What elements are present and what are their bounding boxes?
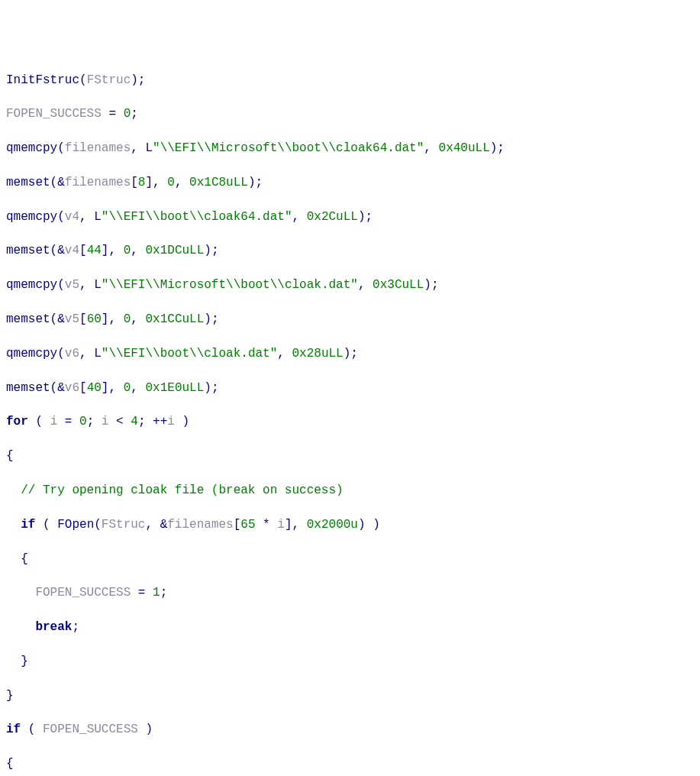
code-line: memset(&v4[44], 0, 0x1DCuLL); [6, 242, 694, 259]
keyword-break: break [35, 620, 72, 634]
code-line: // Try opening cloak file (break on succ… [6, 482, 694, 499]
code-line: { [6, 448, 694, 464]
code-line: qmemcpy(filenames, L"\\EFI\\Microsoft\\b… [6, 140, 694, 157]
code-line: qmemcpy(v4, L"\\EFI\\boot\\cloak64.dat",… [6, 209, 694, 225]
code-line: memset(&v6[40], 0, 0x1E0uLL); [6, 380, 694, 396]
code-line: FOPEN_SUCCESS = 1; [6, 584, 694, 601]
code-line: } [6, 687, 694, 704]
code-line: } [6, 653, 694, 670]
function-call: InitFstruc [6, 73, 79, 87]
string-literal: "\\EFI\\Microsoft\\boot\\cloak.dat" [102, 278, 358, 292]
code-line: if ( FOPEN_SUCCESS ) [6, 721, 694, 738]
function-call: qmemcpy [6, 210, 57, 224]
keyword-if: if [21, 518, 35, 532]
number: 0 [124, 107, 131, 121]
number: 0x40uLL [439, 141, 490, 155]
brace-open: { [6, 449, 14, 463]
code-line: qmemcpy(v6, L"\\EFI\\boot\\cloak.dat", 0… [6, 345, 694, 362]
code-line: { [6, 551, 694, 567]
identifier: FOPEN_SUCCESS [6, 107, 102, 121]
comment: // Try opening cloak file (break on succ… [21, 483, 343, 497]
code-line: break; [6, 619, 694, 635]
keyword-if: if [6, 723, 21, 736]
function-call: memset [6, 176, 50, 189]
code-line: if ( FOpen(FStruc, &filenames[65 * i], 0… [6, 516, 694, 533]
code-line: memset(&v5[60], 0, 0x1CCuLL); [6, 311, 694, 328]
code-line: for ( i = 0; i < 4; ++i ) [6, 413, 694, 430]
code-line: { [6, 755, 694, 772]
code-line: InitFstruc(FStruc); [6, 72, 694, 89]
code-line: memset(&filenames[8], 0, 0x1C8uLL); [6, 174, 694, 191]
code-line: FOPEN_SUCCESS = 0; [6, 105, 694, 122]
string-literal: "\\EFI\\boot\\cloak.dat" [102, 347, 277, 361]
string-prefix: L [145, 141, 153, 155]
identifier: filenames [65, 141, 131, 155]
identifier: FStruc [87, 73, 131, 87]
string-literal: "\\EFI\\boot\\cloak64.dat" [102, 210, 292, 224]
identifier: filenames [65, 176, 131, 189]
function-call: qmemcpy [6, 141, 57, 155]
code-line: qmemcpy(v5, L"\\EFI\\Microsoft\\boot\\cl… [6, 276, 694, 293]
function-call: FOpen [57, 518, 94, 532]
string-literal: "\\EFI\\Microsoft\\boot\\cloak64.dat" [153, 141, 424, 155]
keyword-for: for [6, 415, 28, 428]
